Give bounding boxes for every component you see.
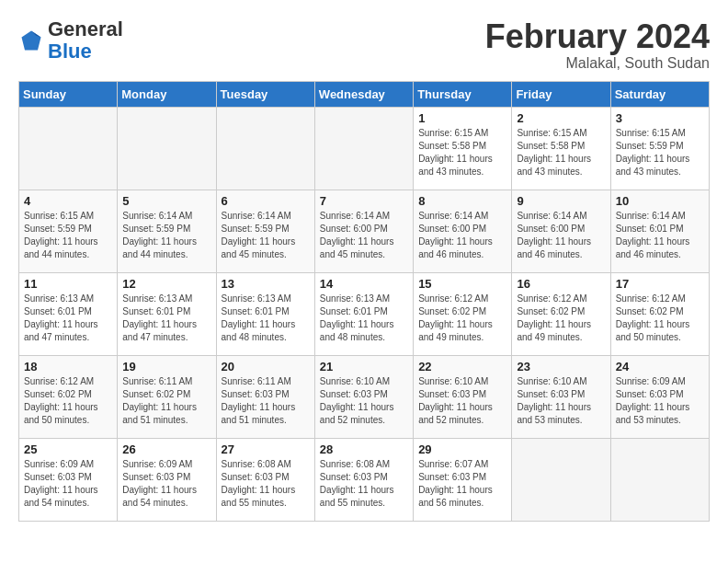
day-number: 12 <box>122 277 210 291</box>
day-info: Sunrise: 6:09 AMSunset: 6:03 PMDaylight:… <box>122 458 210 510</box>
day-number: 16 <box>517 277 605 291</box>
calendar-week-row: 18Sunrise: 6:12 AMSunset: 6:02 PMDayligh… <box>19 355 710 438</box>
day-info: Sunrise: 6:15 AMSunset: 5:59 PMDaylight:… <box>616 127 704 178</box>
calendar-week-row: 11Sunrise: 6:13 AMSunset: 6:01 PMDayligh… <box>19 272 710 355</box>
day-number: 8 <box>418 194 506 208</box>
day-info: Sunrise: 6:14 AMSunset: 6:00 PMDaylight:… <box>418 210 506 261</box>
calendar-day-cell <box>314 107 413 190</box>
calendar-day-cell: 19Sunrise: 6:11 AMSunset: 6:02 PMDayligh… <box>118 355 216 438</box>
title-block: February 2024 Malakal, South Sudan <box>485 18 710 72</box>
day-info: Sunrise: 6:09 AMSunset: 6:03 PMDaylight:… <box>24 458 112 510</box>
calendar-day-cell: 2Sunrise: 6:15 AMSunset: 5:58 PMDaylight… <box>512 107 610 190</box>
calendar-day-cell: 25Sunrise: 6:09 AMSunset: 6:03 PMDayligh… <box>19 438 118 521</box>
day-number: 20 <box>222 360 310 373</box>
column-header-thursday: Thursday <box>414 81 512 107</box>
calendar-day-cell <box>118 107 216 190</box>
day-info: Sunrise: 6:10 AMSunset: 6:03 PMDaylight:… <box>517 375 605 427</box>
day-number: 9 <box>517 194 605 208</box>
column-header-monday: Monday <box>118 81 216 107</box>
day-number: 13 <box>222 277 310 291</box>
calendar-day-cell: 28Sunrise: 6:08 AMSunset: 6:03 PMDayligh… <box>314 438 413 521</box>
day-info: Sunrise: 6:14 AMSunset: 6:00 PMDaylight:… <box>320 210 408 261</box>
calendar-day-cell <box>19 107 118 190</box>
day-number: 1 <box>418 111 506 125</box>
day-number: 26 <box>122 442 210 456</box>
day-number: 6 <box>222 194 310 208</box>
calendar-day-cell: 23Sunrise: 6:10 AMSunset: 6:03 PMDayligh… <box>512 355 610 438</box>
calendar-day-cell: 8Sunrise: 6:14 AMSunset: 6:00 PMDaylight… <box>414 190 512 272</box>
day-info: Sunrise: 6:14 AMSunset: 5:59 PMDaylight:… <box>222 210 310 261</box>
calendar-day-cell: 7Sunrise: 6:14 AMSunset: 6:00 PMDaylight… <box>314 190 413 272</box>
calendar-day-cell: 16Sunrise: 6:12 AMSunset: 6:02 PMDayligh… <box>512 272 610 355</box>
calendar-day-cell: 18Sunrise: 6:12 AMSunset: 6:02 PMDayligh… <box>19 355 118 438</box>
day-info: Sunrise: 6:10 AMSunset: 6:03 PMDaylight:… <box>320 375 408 427</box>
calendar-day-cell: 3Sunrise: 6:15 AMSunset: 5:59 PMDaylight… <box>610 107 709 190</box>
page-header: General Blue February 2024 Malakal, Sout… <box>18 18 710 72</box>
logo: General Blue <box>18 18 123 63</box>
day-number: 23 <box>517 360 605 373</box>
calendar-day-cell: 17Sunrise: 6:12 AMSunset: 6:02 PMDayligh… <box>610 272 709 355</box>
day-info: Sunrise: 6:13 AMSunset: 6:01 PMDaylight:… <box>122 293 210 344</box>
calendar-week-row: 4Sunrise: 6:15 AMSunset: 5:59 PMDaylight… <box>19 190 710 272</box>
calendar-header-row: SundayMondayTuesdayWednesdayThursdayFrid… <box>19 81 710 107</box>
column-header-tuesday: Tuesday <box>216 81 314 107</box>
day-number: 25 <box>24 442 112 456</box>
calendar-day-cell: 14Sunrise: 6:13 AMSunset: 6:01 PMDayligh… <box>314 272 413 355</box>
calendar-day-cell: 20Sunrise: 6:11 AMSunset: 6:03 PMDayligh… <box>216 355 314 438</box>
calendar-day-cell: 4Sunrise: 6:15 AMSunset: 5:59 PMDaylight… <box>19 190 118 272</box>
day-number: 27 <box>222 442 310 456</box>
day-number: 15 <box>418 277 506 291</box>
day-info: Sunrise: 6:15 AMSunset: 5:58 PMDaylight:… <box>517 127 605 178</box>
day-info: Sunrise: 6:15 AMSunset: 5:58 PMDaylight:… <box>418 127 506 178</box>
day-number: 2 <box>517 111 605 125</box>
calendar-day-cell: 21Sunrise: 6:10 AMSunset: 6:03 PMDayligh… <box>314 355 413 438</box>
day-number: 24 <box>616 360 704 373</box>
day-info: Sunrise: 6:11 AMSunset: 6:02 PMDaylight:… <box>122 375 210 427</box>
day-number: 11 <box>24 277 112 291</box>
calendar-day-cell: 10Sunrise: 6:14 AMSunset: 6:01 PMDayligh… <box>610 190 709 272</box>
day-number: 17 <box>616 277 704 291</box>
day-number: 3 <box>616 111 704 125</box>
day-number: 19 <box>122 360 210 373</box>
day-number: 10 <box>616 194 704 208</box>
calendar-day-cell <box>512 438 610 521</box>
day-number: 4 <box>24 194 112 208</box>
logo-blue-text: Blue <box>48 40 92 63</box>
day-info: Sunrise: 6:11 AMSunset: 6:03 PMDaylight:… <box>222 375 310 427</box>
day-number: 18 <box>24 360 112 373</box>
logo-general-text: General <box>48 17 123 40</box>
calendar-day-cell: 27Sunrise: 6:08 AMSunset: 6:03 PMDayligh… <box>216 438 314 521</box>
day-info: Sunrise: 6:12 AMSunset: 6:02 PMDaylight:… <box>616 293 704 344</box>
logo-icon <box>18 28 44 53</box>
calendar-day-cell <box>216 107 314 190</box>
calendar-title: February 2024 <box>485 18 710 55</box>
day-number: 7 <box>320 194 408 208</box>
day-info: Sunrise: 6:08 AMSunset: 6:03 PMDaylight:… <box>320 458 408 510</box>
day-info: Sunrise: 6:13 AMSunset: 6:01 PMDaylight:… <box>24 293 112 344</box>
day-info: Sunrise: 6:14 AMSunset: 6:01 PMDaylight:… <box>616 210 704 261</box>
calendar-table: SundayMondayTuesdayWednesdayThursdayFrid… <box>18 81 710 522</box>
calendar-day-cell: 22Sunrise: 6:10 AMSunset: 6:03 PMDayligh… <box>414 355 512 438</box>
calendar-day-cell: 24Sunrise: 6:09 AMSunset: 6:03 PMDayligh… <box>610 355 709 438</box>
calendar-day-cell: 15Sunrise: 6:12 AMSunset: 6:02 PMDayligh… <box>414 272 512 355</box>
calendar-day-cell: 1Sunrise: 6:15 AMSunset: 5:58 PMDaylight… <box>414 107 512 190</box>
calendar-day-cell: 13Sunrise: 6:13 AMSunset: 6:01 PMDayligh… <box>216 272 314 355</box>
calendar-day-cell <box>610 438 709 521</box>
day-info: Sunrise: 6:08 AMSunset: 6:03 PMDaylight:… <box>222 458 310 510</box>
day-info: Sunrise: 6:12 AMSunset: 6:02 PMDaylight:… <box>24 375 112 427</box>
calendar-week-row: 1Sunrise: 6:15 AMSunset: 5:58 PMDaylight… <box>19 107 710 190</box>
calendar-day-cell: 26Sunrise: 6:09 AMSunset: 6:03 PMDayligh… <box>118 438 216 521</box>
calendar-day-cell: 5Sunrise: 6:14 AMSunset: 5:59 PMDaylight… <box>118 190 216 272</box>
day-info: Sunrise: 6:10 AMSunset: 6:03 PMDaylight:… <box>418 375 506 427</box>
day-info: Sunrise: 6:09 AMSunset: 6:03 PMDaylight:… <box>616 375 704 427</box>
calendar-day-cell: 12Sunrise: 6:13 AMSunset: 6:01 PMDayligh… <box>118 272 216 355</box>
day-info: Sunrise: 6:12 AMSunset: 6:02 PMDaylight:… <box>418 293 506 344</box>
svg-marker-0 <box>22 31 41 51</box>
calendar-day-cell: 6Sunrise: 6:14 AMSunset: 5:59 PMDaylight… <box>216 190 314 272</box>
day-number: 22 <box>418 360 506 373</box>
column-header-sunday: Sunday <box>19 81 118 107</box>
day-number: 5 <box>122 194 210 208</box>
day-info: Sunrise: 6:12 AMSunset: 6:02 PMDaylight:… <box>517 293 605 344</box>
column-header-wednesday: Wednesday <box>314 81 413 107</box>
calendar-day-cell: 9Sunrise: 6:14 AMSunset: 6:00 PMDaylight… <box>512 190 610 272</box>
